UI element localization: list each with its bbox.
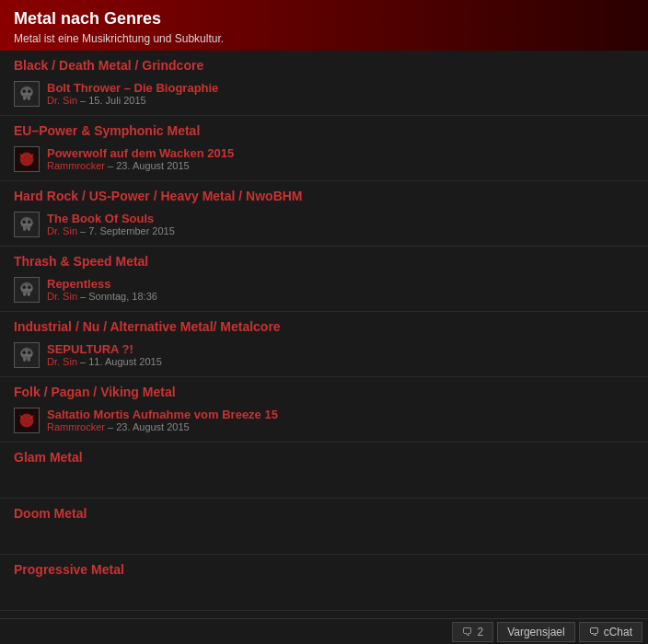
post-author-folk: Rammrocker <box>47 421 105 432</box>
post-meta-industrial: Dr. Sin – 11. August 2015 <box>47 356 162 367</box>
post-item-industrial: SEPULTURA ?! Dr. Sin – 11. August 2015 <box>14 339 634 371</box>
post-info-folk: Saltatio Mortis Aufnahme vom Breeze 15 R… <box>47 408 278 432</box>
post-info-industrial: SEPULTURA ?! Dr. Sin – 11. August 2015 <box>47 342 162 367</box>
category-glam: Glam Metal <box>0 443 648 499</box>
post-meta-black-death: Dr. Sin – 15. Juli 2015 <box>47 95 218 106</box>
avatar-folk <box>14 408 40 433</box>
avatar-black-death <box>14 81 40 107</box>
svg-rect-35 <box>21 284 33 291</box>
avatar-eu-power <box>14 146 40 172</box>
user-button[interactable]: Vargensjael <box>497 622 574 642</box>
chat-label: cChat <box>604 626 632 638</box>
post-meta-hard-rock: Dr. Sin – 7. September 2015 <box>47 225 175 236</box>
post-item-black-death: Bolt Thrower – Die Biographie Dr. Sin – … <box>14 78 634 109</box>
category-gothic: Gothic Metal <box>0 611 648 618</box>
svg-rect-38 <box>23 293 26 296</box>
empty-categories-list: Glam Metal Doom Metal Progressive Metal … <box>0 443 648 618</box>
avatar-thrash <box>14 277 40 303</box>
category-progressive: Progressive Metal <box>0 555 648 611</box>
post-title-industrial[interactable]: SEPULTURA ?! <box>47 342 162 356</box>
category-title-thrash: Thrash & Speed Metal <box>14 254 634 269</box>
svg-rect-50 <box>23 358 26 362</box>
cchat-button[interactable]: 🗨 cChat <box>579 622 642 642</box>
post-title-black-death[interactable]: Bolt Thrower – Die Biographie <box>47 81 218 95</box>
post-item-hard-rock: The Book Of Souls Dr. Sin – 7. September… <box>14 209 634 240</box>
svg-rect-11 <box>28 97 30 100</box>
post-date-hard-rock: – 7. September 2015 <box>80 225 175 236</box>
categories-list: Black / Death Metal / Grindcore <box>0 51 648 443</box>
svg-point-24 <box>22 220 26 224</box>
category-title-hard-rock: Hard Rock / US-Power / Heavy Metal / Nwo… <box>14 189 634 203</box>
svg-rect-10 <box>23 97 26 100</box>
post-author-thrash: Dr. Sin <box>47 291 77 302</box>
category-title-progressive: Progressive Metal <box>14 562 634 577</box>
avatar-hard-rock <box>14 212 40 237</box>
category-title-eu-power: EU–Power & Symphonic Metal <box>14 123 634 138</box>
svg-point-48 <box>22 351 26 354</box>
page-subtitle: Metal ist eine Musikrichtung und Subkult… <box>14 32 634 45</box>
svg-rect-39 <box>28 293 30 296</box>
user-name: Vargensjael <box>507 626 564 638</box>
svg-point-36 <box>22 285 26 289</box>
bottom-bar: 🗨 2 Vargensjael 🗨 cChat <box>0 618 648 644</box>
post-info-thrash: Repentless Dr. Sin – Sonntag, 18:36 <box>47 277 157 302</box>
page-header: Metal nach Genres Metal ist eine Musikri… <box>0 0 648 51</box>
comment-number: 2 <box>477 626 483 638</box>
category-title-black-death: Black / Death Metal / Grindcore <box>14 58 634 73</box>
page-title: Metal nach Genres <box>14 9 634 29</box>
svg-rect-27 <box>28 227 30 231</box>
svg-rect-51 <box>28 358 30 362</box>
category-doom: Doom Metal <box>0 499 648 555</box>
post-title-eu-power[interactable]: Powerwolf auf dem Wacken 2015 <box>47 146 234 160</box>
svg-rect-23 <box>21 219 33 225</box>
category-eu-power: EU–Power & Symphonic Metal Powerwolf auf… <box>0 116 648 181</box>
svg-point-25 <box>28 220 31 224</box>
post-meta-folk: Rammrocker – 23. August 2015 <box>47 421 278 432</box>
category-thrash: Thrash & Speed Metal Repentles <box>0 247 648 312</box>
svg-point-53 <box>20 414 34 428</box>
category-title-glam: Glam Metal <box>14 450 634 465</box>
category-title-folk: Folk / Pagan / Viking Metal <box>14 385 634 399</box>
category-folk: Folk / Pagan / Viking Metal Saltatio Mor… <box>0 377 648 443</box>
post-date-industrial: – 11. August 2015 <box>80 356 162 367</box>
post-author-industrial: Dr. Sin <box>47 356 77 367</box>
post-date-thrash: – Sonntag, 18:36 <box>80 291 157 302</box>
chat-icon: 🗨 <box>589 626 600 638</box>
svg-point-37 <box>28 285 31 289</box>
post-date-black-death: – 15. Juli 2015 <box>80 95 146 106</box>
comment-icon: 🗨 <box>462 626 473 638</box>
main-content: Metal nach Genres Metal ist eine Musikri… <box>0 0 648 618</box>
post-author-eu-power: Rammrocker <box>47 160 105 171</box>
post-info-eu-power: Powerwolf auf dem Wacken 2015 Rammrocker… <box>47 146 234 171</box>
category-black-death: Black / Death Metal / Grindcore <box>0 51 648 116</box>
post-date-eu-power: – 23. August 2015 <box>108 160 190 171</box>
post-info-hard-rock: The Book Of Souls Dr. Sin – 7. September… <box>47 212 175 236</box>
svg-point-49 <box>28 351 31 354</box>
post-author-hard-rock: Dr. Sin <box>47 225 77 236</box>
svg-rect-7 <box>21 88 33 95</box>
avatar-industrial <box>14 342 40 368</box>
category-industrial: Industrial / Nu / Alternative Metal/ Met… <box>0 312 648 377</box>
post-meta-eu-power: Rammrocker – 23. August 2015 <box>47 160 234 171</box>
post-title-folk[interactable]: Saltatio Mortis Aufnahme vom Breeze 15 <box>47 408 278 421</box>
post-item-thrash: Repentless Dr. Sin – Sonntag, 18:36 <box>14 274 634 305</box>
post-title-thrash[interactable]: Repentless <box>47 277 157 291</box>
post-meta-thrash: Dr. Sin – Sonntag, 18:36 <box>47 291 157 302</box>
post-info-black-death: Bolt Thrower – Die Biographie Dr. Sin – … <box>47 81 218 106</box>
post-author-black-death: Dr. Sin <box>47 95 77 106</box>
post-date-folk: – 23. August 2015 <box>108 421 190 432</box>
svg-point-9 <box>28 89 31 93</box>
svg-point-8 <box>22 89 26 93</box>
category-title-doom: Doom Metal <box>14 506 634 521</box>
post-title-hard-rock[interactable]: The Book Of Souls <box>47 212 175 225</box>
category-hard-rock: Hard Rock / US-Power / Heavy Metal / Nwo… <box>0 181 648 247</box>
svg-rect-26 <box>23 227 26 231</box>
post-item-folk: Saltatio Mortis Aufnahme vom Breeze 15 R… <box>14 405 634 436</box>
category-title-industrial: Industrial / Nu / Alternative Metal/ Met… <box>14 319 634 334</box>
comment-count: 🗨 2 <box>452 622 493 642</box>
svg-rect-47 <box>21 350 33 356</box>
post-item-eu-power: Powerwolf auf dem Wacken 2015 Rammrocker… <box>14 144 634 175</box>
svg-point-13 <box>20 153 34 167</box>
